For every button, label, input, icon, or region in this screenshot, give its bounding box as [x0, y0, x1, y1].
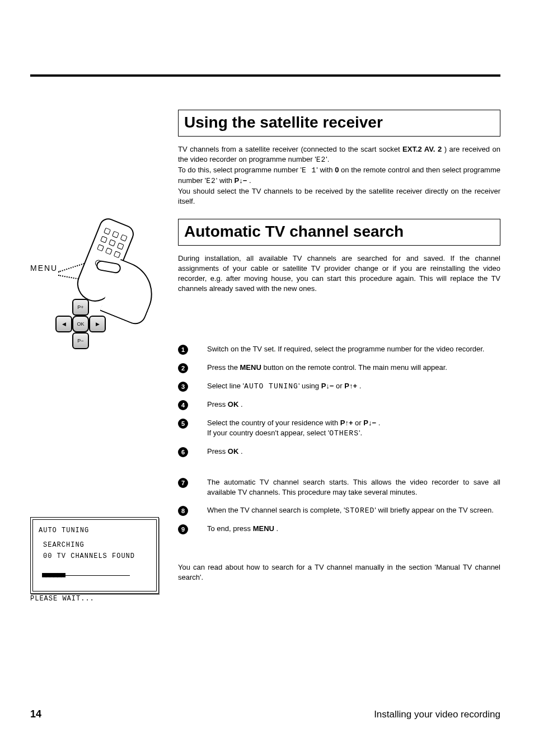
text-run: The automatic TV channel search starts. … — [207, 478, 500, 496]
osd-line-channels-found: 00 TV CHANNELS FOUND — [39, 552, 151, 560]
step-4: 4 Press OK . — [178, 400, 500, 410]
dpad-right: ▶ — [89, 316, 106, 332]
section-title-box-auto: Automatic TV channel search — [178, 219, 500, 246]
step-6: 6 Press OK . — [178, 447, 500, 457]
text-run: . — [238, 400, 242, 408]
step-text: Select line 'AUTO TUNING' using P↓− or P… — [207, 381, 500, 392]
p-down-key: P↓− — [235, 176, 247, 185]
menu-label: MENU — [30, 264, 58, 273]
dpad-left: ◀ — [55, 316, 72, 332]
osd-line-searching: SEARCHING — [39, 541, 151, 549]
step-number-badge: 8 — [178, 506, 188, 516]
text-run: You should select the TV channels to be … — [178, 187, 500, 205]
p-up-key: P↑+ — [340, 419, 353, 427]
step-text: To end, press MENU . — [207, 524, 500, 534]
text-run: When the TV channel search is complete, … — [207, 506, 345, 514]
section-title-box-satellite: Using the satellite receiver — [178, 110, 500, 137]
text-run: . — [247, 176, 251, 185]
page-number: 14 — [30, 708, 41, 720]
text-run: If your country doesn't appear, select ' — [207, 429, 329, 437]
step-9: 9 To end, press MENU . — [178, 524, 500, 534]
remote-button-grid — [96, 228, 128, 260]
text-run: ' will briefly appear on the TV screen. — [374, 506, 494, 514]
step-5: 5 Select the country of your residence w… — [178, 418, 500, 439]
osd-outer: AUTO TUNING SEARCHING 00 TV CHANNELS FOU… — [30, 517, 159, 594]
osd-please-wait: PLEASE WAIT... — [30, 595, 159, 603]
step-8: 8 When the TV channel search is complete… — [178, 505, 500, 516]
segment-e2: E2 — [206, 177, 216, 185]
closing-paragraph: You can read about how to search for a T… — [178, 562, 500, 583]
step-number-badge: 3 — [178, 382, 188, 392]
text-run: '. — [326, 155, 329, 163]
menu-key: MENU — [253, 524, 274, 533]
step-2: 2 Press the MENU button on the remote co… — [178, 363, 500, 373]
text-run: . — [274, 524, 278, 533]
step-list: 1 Switch on the TV set. If required, sel… — [178, 344, 500, 534]
step-number-badge: 6 — [178, 447, 188, 457]
footer: 14 Installing your video recording — [30, 708, 500, 720]
text-run: '. — [359, 429, 362, 437]
text-run: or — [353, 419, 364, 427]
text-run: TV channels from a satellite receiver (c… — [178, 145, 402, 153]
step-text: When the TV channel search is complete, … — [207, 505, 500, 516]
header-rule — [30, 74, 500, 77]
osd-progress-track — [64, 575, 130, 576]
text-run: To do this, select programme number ' — [178, 166, 302, 174]
text-run: or — [334, 382, 344, 390]
step-number-badge: 9 — [178, 524, 188, 534]
footer-title: Installing your video recording — [374, 709, 500, 720]
ok-key: OK — [228, 400, 239, 408]
step-text: Press OK . — [207, 400, 500, 410]
text-run: Select line ' — [207, 382, 244, 390]
step-number-badge: 1 — [178, 345, 188, 355]
text-run: Press — [207, 447, 228, 456]
section-title-satellite: Using the satellite receiver — [184, 114, 494, 132]
satellite-paragraph: TV channels from a satellite receiver (c… — [178, 144, 500, 206]
mono-stored: STORED — [345, 506, 374, 515]
dpad-icon: P+ ◀ OK ▶ P− — [57, 303, 104, 350]
text-run: Press the — [207, 363, 240, 372]
text-run: . — [357, 382, 361, 390]
step-text: Select the country of your residence wit… — [207, 418, 500, 439]
step-number-badge: 4 — [178, 400, 188, 410]
menu-key: MENU — [240, 363, 261, 372]
osd-box: AUTO TUNING SEARCHING 00 TV CHANNELS FOU… — [30, 517, 159, 603]
scart-label: EXT.2 AV. 2 — [402, 145, 442, 153]
osd-progress: ■■■■■■ — [42, 570, 151, 579]
section-title-auto: Automatic TV channel search — [184, 223, 494, 241]
text-run: ' using — [298, 382, 321, 390]
osd-progress-filled: ■■■■■■ — [42, 570, 65, 579]
page: MENU P+ ◀ OK ▶ P− — [0, 0, 534, 756]
step-text: Switch on the TV set. If required, selec… — [207, 344, 500, 354]
osd-inner: AUTO TUNING SEARCHING 00 TV CHANNELS FOU… — [32, 519, 157, 591]
p-up-key: P↑+ — [344, 382, 357, 390]
text-run: Switch on the TV set. If required, selec… — [207, 345, 484, 353]
text-run: To end, press — [207, 524, 253, 533]
p-down-key: P↓− — [363, 419, 376, 427]
right-column: Using the satellite receiver TV channels… — [178, 110, 500, 583]
dpad-down: P− — [72, 332, 89, 349]
step-text: The automatic TV channel search starts. … — [207, 477, 500, 497]
step-text: Press the MENU button on the remote cont… — [207, 363, 500, 373]
step-7: 7 The automatic TV channel search starts… — [178, 477, 500, 497]
text-run: Select the country of your residence wit… — [207, 419, 340, 427]
auto-intro-paragraph: During installation, all available TV ch… — [178, 253, 500, 294]
mono-others: OTHERS — [329, 429, 359, 438]
segment-e1: E 1 — [302, 166, 316, 175]
dpad-up: P+ — [72, 299, 89, 316]
p-down-key: P↓− — [321, 382, 334, 390]
mono-auto-tuning: AUTO TUNING — [244, 382, 298, 391]
text-run: ' with — [316, 166, 335, 174]
ok-key: OK — [228, 447, 239, 456]
text-run: button on the remote control. The main m… — [261, 363, 447, 372]
segment-e2: E2 — [316, 156, 326, 164]
text-run: . — [376, 419, 380, 427]
text-run: Press — [207, 400, 228, 408]
step-1: 1 Switch on the TV set. If required, sel… — [178, 344, 500, 355]
left-column: MENU P+ ◀ OK ▶ P− — [30, 219, 159, 342]
step-number-badge: 5 — [178, 419, 188, 429]
remote-illustration: MENU P+ ◀ OK ▶ P− — [30, 219, 159, 342]
dpad-ok: OK — [72, 316, 89, 332]
step-number-badge: 2 — [178, 363, 188, 373]
step-3: 3 Select line 'AUTO TUNING' using P↓− or… — [178, 381, 500, 392]
